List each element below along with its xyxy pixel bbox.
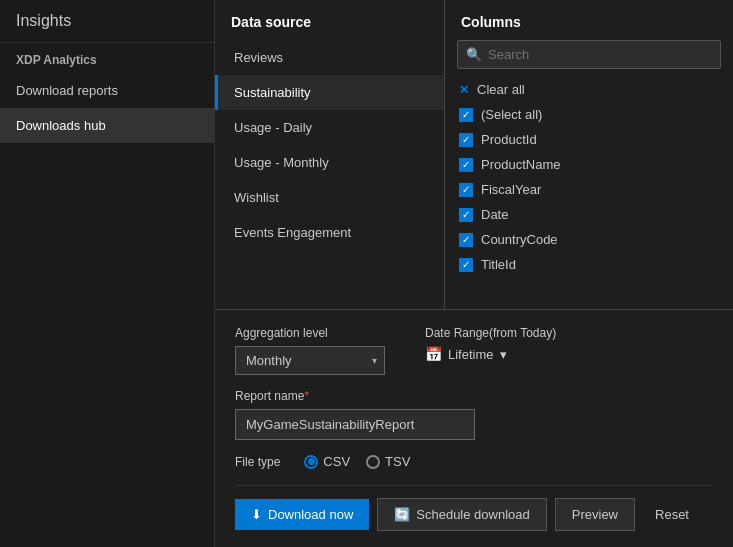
preview-button[interactable]: Preview [555,498,635,531]
bottom-panel: Aggregation level Monthly Daily Yearly ▾… [215,310,733,547]
date-range-group: Date Range(from Today) 📅 Lifetime ▾ [425,326,556,375]
app-title: Insights [0,0,214,43]
data-source-item-wishlist[interactable]: Wishlist [215,180,444,215]
aggregation-select-wrapper: Monthly Daily Yearly ▾ [235,346,385,375]
report-name-row: Report name* [235,389,713,440]
column-label-fiscal-year: FiscalYear [481,182,541,197]
top-panel: Data source Reviews Sustainability Usage… [215,0,733,310]
radio-circle-tsv[interactable] [366,455,380,469]
radio-label-csv: CSV [323,454,350,469]
date-range-text: Lifetime [448,347,494,362]
sidebar-group-label: XDP Analytics [0,43,214,73]
download-now-label: Download now [268,507,353,522]
column-item-title-id[interactable]: TitleId [445,252,729,277]
clear-all-row[interactable]: ✕ Clear all [445,77,733,102]
date-range-value[interactable]: 📅 Lifetime ▾ [425,346,556,362]
radio-option-tsv[interactable]: TSV [366,454,410,469]
file-type-row: File type CSV TSV [235,454,713,469]
schedule-download-label: Schedule download [416,507,529,522]
report-name-input[interactable] [235,409,475,440]
schedule-icon: 🔄 [394,507,410,522]
main-content: Data source Reviews Sustainability Usage… [214,0,733,547]
radio-option-csv[interactable]: CSV [304,454,350,469]
action-buttons: ⬇ Download now 🔄 Schedule download Previ… [235,485,713,531]
checkbox-select-all[interactable] [459,108,473,122]
form-row-aggregation: Aggregation level Monthly Daily Yearly ▾… [235,326,713,375]
data-source-item-reviews[interactable]: Reviews [215,40,444,75]
checkbox-country-code[interactable] [459,233,473,247]
date-range-chevron-icon: ▾ [500,347,507,362]
search-input[interactable] [458,41,720,68]
column-item-product-name[interactable]: ProductName [445,152,729,177]
schedule-download-button[interactable]: 🔄 Schedule download [377,498,546,531]
column-label-product-id: ProductId [481,132,537,147]
data-source-header: Data source [215,0,444,40]
aggregation-level-label: Aggregation level [235,326,385,340]
column-label-product-name: ProductName [481,157,560,172]
search-box[interactable]: 🔍 [457,40,721,69]
calendar-icon: 📅 [425,346,442,362]
aggregation-level-select[interactable]: Monthly Daily Yearly [235,346,385,375]
data-source-item-events-engagement[interactable]: Events Engagement [215,215,444,250]
required-marker: * [304,389,309,403]
data-source-item-usage-monthly[interactable]: Usage - Monthly [215,145,444,180]
column-label-date: Date [481,207,508,222]
x-icon: ✕ [459,83,469,97]
column-label-select-all: (Select all) [481,107,542,122]
checkbox-date[interactable] [459,208,473,222]
checkbox-fiscal-year[interactable] [459,183,473,197]
data-source-list: Reviews Sustainability Usage - Daily Usa… [215,40,444,309]
radio-label-tsv: TSV [385,454,410,469]
data-source-panel: Data source Reviews Sustainability Usage… [215,0,445,309]
column-label-title-id: TitleId [481,257,516,272]
download-now-button[interactable]: ⬇ Download now [235,499,369,530]
column-item-country-code[interactable]: CountryCode [445,227,729,252]
columns-header: Columns [445,0,733,40]
reset-button[interactable]: Reset [643,499,701,530]
checkbox-title-id[interactable] [459,258,473,272]
column-item-select-all[interactable]: (Select all) [445,102,729,127]
checkbox-product-name[interactable] [459,158,473,172]
report-name-label: Report name* [235,389,713,403]
sidebar-item-downloads-hub[interactable]: Downloads hub [0,108,214,143]
sidebar: Insights XDP Analytics Download reports … [0,0,214,547]
date-range-label: Date Range(from Today) [425,326,556,340]
column-item-product-id[interactable]: ProductId [445,127,729,152]
column-item-fiscal-year[interactable]: FiscalYear [445,177,729,202]
radio-circle-csv[interactable] [304,455,318,469]
data-source-item-usage-daily[interactable]: Usage - Daily [215,110,444,145]
columns-list: (Select all) ProductId ProductName Fisca… [445,102,733,309]
sidebar-item-download-reports[interactable]: Download reports [0,73,214,108]
download-icon: ⬇ [251,507,262,522]
columns-panel: Columns 🔍 ✕ Clear all (Select all) Produ… [445,0,733,309]
column-item-date[interactable]: Date [445,202,729,227]
column-label-country-code: CountryCode [481,232,558,247]
clear-all-label: Clear all [477,82,525,97]
search-icon: 🔍 [466,47,482,62]
aggregation-level-group: Aggregation level Monthly Daily Yearly ▾ [235,326,385,375]
data-source-item-sustainability[interactable]: Sustainability [215,75,444,110]
checkbox-product-id[interactable] [459,133,473,147]
file-type-label: File type [235,455,280,469]
